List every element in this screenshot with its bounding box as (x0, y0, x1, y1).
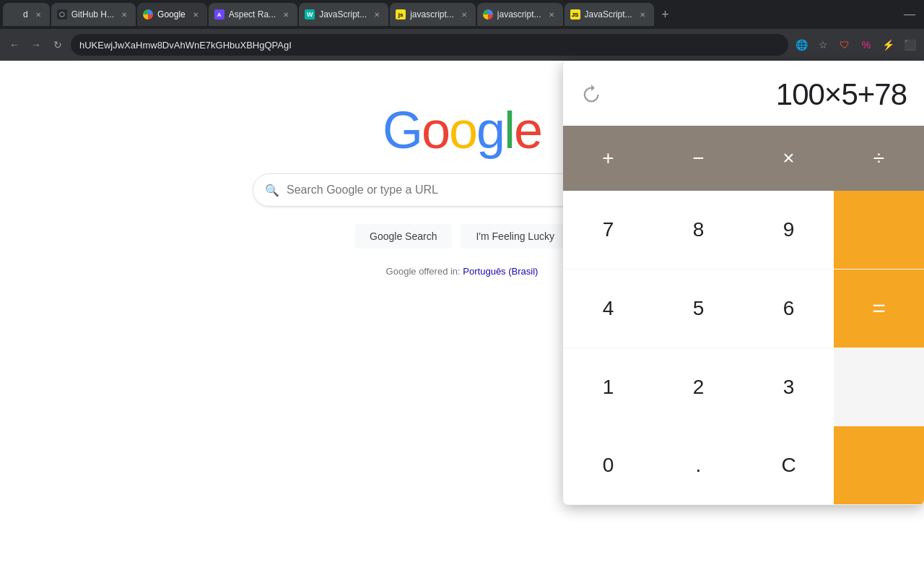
btn-9[interactable]: 9 (744, 191, 834, 269)
logo-g2: o (422, 101, 449, 159)
im-feeling-lucky-button[interactable]: I'm Feeling Lucky (461, 224, 570, 249)
new-tab-button[interactable]: + (655, 4, 676, 25)
tab-label-js6: javascript... (410, 9, 454, 20)
bookmark-icon[interactable]: ☆ (814, 36, 832, 53)
google-logo: Google (383, 104, 541, 156)
address-input[interactable] (71, 34, 788, 56)
btn-0[interactable]: 0 (563, 426, 653, 504)
btn-orange-bottom (834, 426, 924, 504)
language-offer: Google offered in: Português (Brasil) (386, 266, 539, 277)
tab-label-github: GitHub H... (71, 9, 114, 20)
btn-3[interactable]: 3 (744, 348, 834, 426)
logo-g4: g (476, 101, 504, 159)
address-bar: ← → ↻ 🌐 ☆ 🛡 % ⚡ ⬛ (0, 29, 924, 61)
tab-google[interactable]: Google ✕ (137, 3, 207, 26)
btn-plus[interactable]: + (563, 126, 653, 191)
tab-label-js7: javascript... (497, 9, 541, 20)
tab-close-js7[interactable]: ✕ (546, 9, 557, 20)
search-icon: 🔍 (265, 184, 279, 197)
tab-favicon-google (143, 9, 153, 20)
logo-g1: G (383, 101, 422, 159)
speedreader-icon[interactable]: ⚡ (879, 36, 897, 53)
btn-4[interactable]: 4 (563, 269, 653, 348)
btn-divide[interactable]: ÷ (834, 126, 924, 191)
calc-history-button[interactable] (580, 85, 601, 105)
btn-7[interactable]: 7 (563, 191, 653, 269)
btn-orange-top (834, 191, 924, 269)
brave-rewards-icon[interactable]: % (858, 36, 875, 53)
tab-close-js-w[interactable]: ✕ (371, 9, 383, 20)
btn-decimal[interactable]: . (653, 426, 744, 504)
tab-close-google[interactable]: ✕ (190, 9, 201, 20)
calc-numpad: 7 8 9 4 5 6 = 1 2 3 0 . C (563, 191, 924, 505)
tab-favicon-aspect: A (214, 9, 225, 20)
btn-8[interactable]: 8 (653, 191, 744, 269)
logo-g5: l (504, 101, 514, 159)
tab-favicon-js7 (483, 9, 493, 20)
extensions-icon[interactable]: ⬛ (901, 36, 918, 53)
tab-aspect[interactable]: A Aspect Ra... ✕ (209, 3, 297, 26)
translate-icon[interactable]: 🌐 (793, 36, 810, 53)
tab-bar: d ✕ ⬡ GitHub H... ✕ Google ✕ A Aspect Ra… (0, 0, 924, 29)
logo-g3: o (449, 101, 476, 159)
tab-favicon-github: ⬡ (57, 9, 67, 20)
reload-button[interactable]: ↻ (49, 36, 66, 53)
brave-shield-icon[interactable]: 🛡 (836, 36, 853, 53)
btn-6[interactable]: 6 (744, 269, 834, 348)
back-button[interactable]: ← (6, 36, 23, 53)
tab-close-aspect[interactable]: ✕ (280, 9, 292, 20)
tab-closed[interactable]: d ✕ (3, 3, 50, 26)
btn-equals[interactable]: = (834, 269, 924, 348)
btn-minus[interactable]: − (653, 126, 744, 191)
tab-js-w[interactable]: W JavaScript... ✕ (299, 3, 388, 26)
tab-github[interactable]: ⬡ GitHub H... ✕ (51, 3, 136, 26)
btn-1[interactable]: 1 (563, 348, 653, 426)
minimize-button[interactable]: — (898, 5, 921, 24)
tab-label-js-w: JavaScript... (319, 9, 367, 20)
calc-display: 100×5+78 (563, 61, 924, 126)
tab-close-js8[interactable]: ✕ (637, 9, 648, 20)
btn-5[interactable]: 5 (653, 269, 744, 348)
tab-favicon-w: W (305, 9, 315, 20)
tab-js-8[interactable]: JS JavaScript... ✕ (565, 3, 654, 26)
tab-close-github[interactable]: ✕ (118, 9, 130, 20)
btn-clear[interactable]: C (744, 426, 834, 504)
tab-close-1[interactable]: ✕ (32, 9, 44, 20)
tab-favicon-js6: js (396, 9, 406, 20)
tab-label-1: d (23, 9, 28, 20)
main-content: Google 🔍 Google Search I'm Feeling Lucky… (0, 61, 924, 578)
tab-label-js8: JavaScript... (585, 9, 632, 20)
forward-button[interactable]: → (27, 36, 45, 53)
tab-js-7[interactable]: javascript... ✕ (477, 3, 563, 26)
btn-2[interactable]: 2 (653, 348, 744, 426)
lang-offer-text: Google offered in: (386, 266, 461, 277)
calculator: 100×5+78 + − × ÷ 7 8 9 4 5 6 = 1 2 3 (563, 61, 924, 505)
search-buttons: Google Search I'm Feeling Lucky (354, 224, 570, 249)
calc-expression: 100×5+78 (601, 77, 907, 112)
tab-label-aspect: Aspect Ra... (229, 9, 276, 20)
tab-label-google: Google (157, 9, 186, 20)
google-search-button[interactable]: Google Search (354, 224, 452, 249)
browser-chrome: d ✕ ⬡ GitHub H... ✕ Google ✕ A Aspect Ra… (0, 0, 924, 61)
tab-close-js6[interactable]: ✕ (458, 9, 470, 20)
tab-favicon-1 (9, 9, 19, 20)
tab-js-6[interactable]: js javascript... ✕ (390, 3, 476, 26)
language-link[interactable]: Português (Brasil) (463, 266, 538, 277)
tab-favicon-js8: JS (570, 9, 580, 20)
calc-operators: + − × ÷ (563, 126, 924, 191)
btn-multiply[interactable]: × (744, 126, 834, 191)
logo-g6: e (514, 101, 541, 159)
